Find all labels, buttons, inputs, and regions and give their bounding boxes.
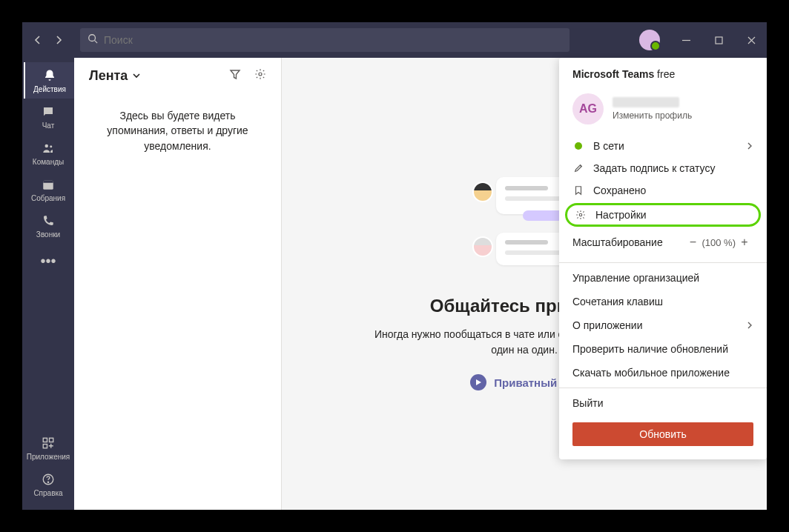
window-close-button[interactable]: [746, 35, 756, 45]
settings-row[interactable]: Настройки: [565, 203, 761, 227]
update-button[interactable]: Обновить: [572, 422, 753, 446]
zoom-value: (100 %): [701, 237, 736, 248]
chevron-right-icon: [746, 319, 753, 331]
sign-out-row[interactable]: Выйти: [559, 391, 767, 415]
phone-icon: [41, 213, 56, 228]
window-maximize-button[interactable]: [713, 35, 724, 45]
saved-label: Сохранено: [593, 184, 646, 196]
app-sidebar: Действия Чат Команды Собрания Звонки •••: [22, 58, 74, 510]
manage-org-row[interactable]: Управление организацией: [559, 266, 767, 290]
sidebar-item-label: Звонки: [36, 230, 60, 239]
filter-icon[interactable]: [229, 68, 241, 84]
calendar-icon: [41, 177, 56, 192]
zoom-in-button[interactable]: +: [736, 236, 753, 249]
status-row[interactable]: В сети: [559, 135, 767, 157]
svg-point-7: [50, 145, 52, 147]
svg-point-14: [47, 482, 48, 482]
about-row[interactable]: О приложении: [559, 313, 767, 337]
feed-panel: Лента Здесь вы будете видеть упоминания,…: [74, 58, 282, 510]
svg-point-15: [259, 73, 262, 76]
search-bar[interactable]: [80, 28, 570, 52]
sidebar-item-label: Действия: [33, 85, 66, 93]
feed-empty-text: Здесь вы будете видеть упоминания, ответ…: [74, 93, 281, 168]
status-label: В сети: [593, 140, 624, 152]
user-name-redacted: [613, 97, 679, 107]
saved-row[interactable]: Сохранено: [559, 179, 767, 202]
svg-rect-3: [716, 37, 722, 44]
sidebar-item-label: Приложения: [27, 453, 70, 461]
avatar: AG: [572, 93, 604, 124]
nav-back-button[interactable]: [33, 35, 43, 45]
sidebar-item-label: Справка: [33, 489, 62, 497]
apps-icon: [41, 436, 56, 450]
sidebar-item-calls[interactable]: Звонки: [22, 207, 74, 244]
nav-forward-button[interactable]: [53, 35, 64, 45]
svg-rect-10: [43, 438, 47, 442]
svg-point-0: [89, 35, 96, 41]
gear-icon[interactable]: [254, 68, 266, 84]
sidebar-item-label: Чат: [42, 122, 55, 130]
zoom-label: Масштабирование: [572, 236, 663, 248]
play-icon: [470, 374, 486, 390]
status-available-icon: [575, 142, 582, 150]
download-mobile-row[interactable]: Скачать мобильное приложение: [559, 361, 767, 385]
svg-rect-11: [50, 438, 53, 442]
sidebar-item-activity[interactable]: Действия: [24, 62, 74, 99]
gear-icon: [575, 209, 587, 221]
profile-menu-title: Microsoft Teams free: [559, 67, 767, 87]
settings-label: Настройки: [595, 209, 647, 221]
profile-menu: Microsoft Teams free AG Изменить профиль…: [559, 58, 767, 459]
sidebar-item-label: Команды: [33, 158, 64, 166]
sidebar-item-teams[interactable]: Команды: [22, 135, 74, 171]
sidebar-more-button[interactable]: •••: [40, 244, 56, 279]
search-input[interactable]: [104, 34, 562, 46]
chevron-down-icon[interactable]: [132, 68, 141, 84]
feed-title[interactable]: Лента: [89, 68, 128, 84]
profile-avatar-button[interactable]: [639, 30, 660, 50]
svg-point-16: [579, 213, 582, 216]
chat-icon: [41, 104, 56, 119]
shortcuts-row[interactable]: Сочетания клавиш: [559, 290, 767, 313]
window-minimize-button[interactable]: [681, 35, 691, 45]
svg-rect-12: [43, 445, 47, 448]
sidebar-item-calendar[interactable]: Собрания: [22, 171, 74, 207]
zoom-row: Масштабирование − (100 %) +: [559, 228, 767, 259]
search-icon: [88, 33, 98, 47]
teams-icon: [41, 141, 56, 156]
chevron-right-icon: [746, 140, 753, 152]
edit-icon: [572, 162, 584, 174]
svg-rect-9: [43, 181, 53, 183]
bell-icon: [42, 68, 57, 83]
zoom-out-button[interactable]: −: [684, 236, 701, 249]
svg-line-1: [95, 41, 98, 44]
help-icon: [41, 472, 56, 487]
sidebar-item-help[interactable]: Справка: [22, 466, 74, 502]
sidebar-item-apps[interactable]: Приложения: [22, 430, 74, 466]
sidebar-item-label: Собрания: [31, 194, 65, 202]
set-status-message-row[interactable]: Задать подпись к статусу: [559, 157, 767, 179]
sidebar-item-chat[interactable]: Чат: [22, 99, 74, 135]
titlebar: [22, 22, 767, 58]
edit-profile-link[interactable]: Изменить профиль: [613, 110, 692, 121]
set-status-label: Задать подпись к статусу: [593, 162, 715, 174]
bookmark-icon: [572, 184, 584, 196]
check-updates-row[interactable]: Проверить наличие обновлений: [559, 337, 767, 361]
svg-point-6: [45, 144, 49, 148]
